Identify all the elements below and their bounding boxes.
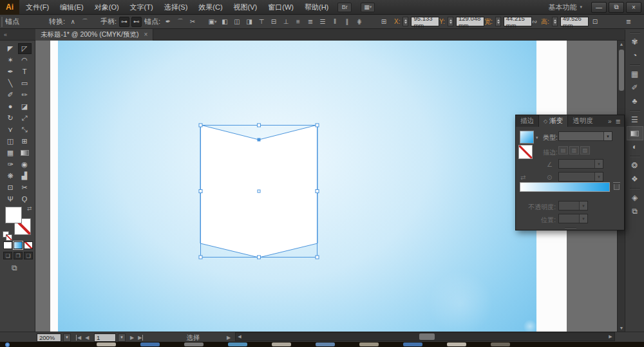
menu-file[interactable]: 文件(F) xyxy=(26,3,49,12)
blob-brush-tool[interactable]: ● xyxy=(4,101,17,112)
lasso-tool[interactable]: ◠ xyxy=(18,55,32,66)
taskbar-app-icon[interactable] xyxy=(228,342,247,346)
direct-selection-tool[interactable]: ◸ xyxy=(18,43,32,54)
status-flyout-icon[interactable]: ▶ xyxy=(227,335,231,341)
align-center-icon[interactable]: ◫ xyxy=(232,17,242,27)
magic-wand-tool[interactable]: ✶ xyxy=(4,55,17,66)
pencil-tool[interactable]: ✏ xyxy=(18,89,32,100)
menu-type[interactable]: 文字(T) xyxy=(130,3,153,12)
y-stepper[interactable] xyxy=(448,17,453,26)
gradient-swatch-caret-icon[interactable]: ▾ xyxy=(536,135,538,140)
zoom-dropdown-icon[interactable]: ▼ xyxy=(63,333,71,342)
start-orb-icon[interactable] xyxy=(5,342,10,347)
taskbar-app-icon[interactable] xyxy=(97,342,116,346)
show-handles-icon[interactable]: ⊶ xyxy=(119,17,129,27)
distribute-vcenter-icon[interactable]: ≣ xyxy=(305,17,316,27)
color-panel-icon[interactable]: ✾ xyxy=(627,35,643,48)
blend-tool[interactable]: ◉ xyxy=(18,159,32,170)
next-artboard-icon[interactable]: ▶ xyxy=(130,335,134,341)
swap-fill-stroke-icon[interactable]: ⇄ xyxy=(27,205,32,212)
artboard-tool[interactable]: ⊡ xyxy=(4,182,17,193)
shape-builder-tool[interactable]: ◫ xyxy=(4,136,17,147)
expand-panels-icon[interactable]: » xyxy=(608,118,612,125)
width-stepper[interactable] xyxy=(495,17,501,26)
taskbar-app-icon[interactable] xyxy=(359,342,379,346)
horizontal-scroll-thumb[interactable] xyxy=(419,333,435,340)
taskbar-app-icon[interactable] xyxy=(491,342,510,346)
rotate-tool[interactable]: ↻ xyxy=(4,113,17,124)
vertical-scroll-thumb[interactable] xyxy=(619,50,624,91)
free-transform-tool[interactable]: ⤡ xyxy=(18,124,32,135)
control-panel-menu-icon[interactable]: ≣ xyxy=(623,17,634,27)
windows-taskbar[interactable] xyxy=(0,342,644,347)
horizontal-scrollbar[interactable]: ◀ ▶ xyxy=(235,332,615,341)
workspace-switcher[interactable]: 基本功能▾ xyxy=(548,3,582,12)
dropdown-caret-icon[interactable]: ▼ xyxy=(603,132,612,140)
reverse-gradient-icon[interactable]: ⇄ xyxy=(520,174,526,181)
align-left-icon[interactable]: ◧ xyxy=(220,17,230,27)
tab-stroke[interactable]: 描边 xyxy=(516,115,538,127)
paintbrush-tool[interactable]: ✐ xyxy=(4,89,17,100)
panel-resize-grip[interactable] xyxy=(565,227,576,229)
scroll-left-icon[interactable]: ◀ xyxy=(236,333,243,341)
menu-object[interactable]: 对象(O) xyxy=(95,3,119,12)
column-graph-tool[interactable]: ▟ xyxy=(18,171,32,182)
stroke-gradient-along-icon[interactable]: ▥ xyxy=(569,146,579,155)
align-top-icon[interactable]: ⊤ xyxy=(256,17,267,27)
x-field[interactable]: 95.133 mm xyxy=(411,17,439,26)
remove-anchor-icon[interactable]: ⌒ xyxy=(175,17,185,27)
taskbar-app-icon[interactable] xyxy=(316,342,335,346)
color-button[interactable] xyxy=(3,241,12,249)
line-segment-tool[interactable]: ╲ xyxy=(4,78,17,89)
menu-edit[interactable]: 编辑(E) xyxy=(60,3,84,12)
zoom-tool[interactable]: Ǫ xyxy=(18,194,32,205)
height-field[interactable]: 49.526 mm xyxy=(560,17,589,26)
eyedropper-tool[interactable]: ✑ xyxy=(4,159,17,170)
bounding-box-icon[interactable]: ⊡ xyxy=(590,17,600,27)
width-tool[interactable]: ⋎ xyxy=(4,124,17,135)
stroke-gradient-within-icon[interactable]: ▤ xyxy=(558,146,568,155)
align-middle-icon[interactable]: ⊟ xyxy=(269,17,279,27)
minimize-button[interactable]: — xyxy=(591,2,607,13)
screen-mode-icon[interactable]: ⧉ xyxy=(12,263,17,272)
zoom-level-field[interactable]: 200% xyxy=(37,333,61,342)
distribute-bottom-icon[interactable]: ☰ xyxy=(317,17,328,27)
slice-tool[interactable]: ✂ xyxy=(18,182,32,193)
mesh-tool[interactable]: ▦ xyxy=(4,147,17,158)
taskbar-app-icon[interactable] xyxy=(447,342,466,346)
stroke-panel-icon[interactable]: ☰ xyxy=(627,113,643,126)
gradient-fill-swatch[interactable] xyxy=(520,131,534,144)
link-dimensions-icon[interactable]: ∾ xyxy=(529,17,540,27)
perspective-grid-tool[interactable]: ⊞ xyxy=(18,136,32,147)
gradient-button[interactable] xyxy=(14,241,23,249)
menu-window[interactable]: 窗口(W) xyxy=(268,3,294,12)
panel-menu-icon[interactable]: ≣ xyxy=(616,118,621,125)
pen-tool[interactable]: ✒ xyxy=(4,66,17,77)
document-tab[interactable]: 未标题-1* @ 200% (CMYK/预览) × xyxy=(35,29,153,41)
transform-panel-icon[interactable]: ⊞ xyxy=(379,17,389,27)
menu-select[interactable]: 选择(S) xyxy=(164,3,188,12)
none-button[interactable] xyxy=(24,241,33,249)
distribute-top-icon[interactable]: ≡ xyxy=(293,17,303,27)
fill-color-swatch[interactable] xyxy=(5,207,22,223)
width-field[interactable]: 44.215 mm xyxy=(504,17,532,26)
align-bottom-icon[interactable]: ⊥ xyxy=(281,17,291,27)
selection-tool[interactable]: ◤ xyxy=(4,43,17,54)
taskbar-app-icon[interactable] xyxy=(403,342,422,346)
artboards-panel-icon[interactable]: ⧉ xyxy=(627,205,643,218)
add-anchor-icon[interactable]: ✒ xyxy=(163,17,173,27)
default-fill-stroke-icon[interactable] xyxy=(3,231,9,238)
transparency-panel-icon[interactable]: ◐ xyxy=(627,140,643,153)
draw-behind-icon[interactable]: ❐ xyxy=(14,252,23,259)
collapse-tools-icon[interactable]: « xyxy=(0,32,35,38)
gradient-stroke-proxy[interactable] xyxy=(518,145,533,159)
swatches-panel-icon[interactable]: ▦ xyxy=(627,68,643,80)
align-options-icon[interactable]: ▣▾ xyxy=(207,17,218,27)
distribute-hcenter-icon[interactable]: ∥ xyxy=(342,17,352,27)
tab-gradient[interactable]: ◇ 渐变 xyxy=(538,115,568,127)
menu-effect[interactable]: 效果(C) xyxy=(198,3,222,12)
hand-tool[interactable]: Ψ xyxy=(4,194,17,205)
tab-transparency[interactable]: 透明度 xyxy=(568,115,598,127)
rectangle-tool[interactable]: ▭ xyxy=(18,78,32,89)
distribute-right-icon[interactable]: ⋕ xyxy=(354,17,365,27)
